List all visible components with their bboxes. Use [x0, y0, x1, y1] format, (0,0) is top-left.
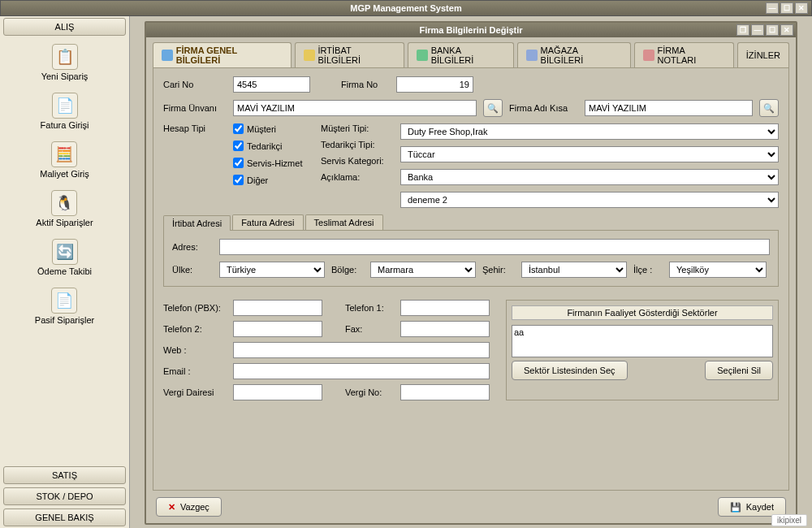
search-button[interactable]: 🔍 — [759, 99, 779, 117]
tel-pbx-label: Telefon (PBX): — [163, 303, 227, 313]
minimize-icon[interactable]: — — [766, 2, 779, 14]
bolge-select[interactable]: Marmara — [370, 262, 476, 278]
sehir-label: Şehir: — [482, 265, 515, 275]
sidebar-item-odeme-takibi[interactable]: 🔄 Ödeme Takibi — [37, 239, 92, 276]
vazgec-button[interactable]: ✕Vazgeç — [156, 497, 222, 517]
sidebar-section-satis[interactable]: SATIŞ — [3, 466, 126, 484]
fax-input[interactable] — [400, 321, 490, 337]
sector-list[interactable]: aa — [512, 325, 773, 357]
adres-label: Adres: — [172, 242, 213, 252]
sidebar-item-maliyet-giris[interactable]: 🧮 Maliyet Giriş — [40, 141, 89, 179]
close-icon[interactable]: ✕ — [780, 24, 793, 36]
chk-diger[interactable]: Diğer — [233, 175, 314, 185]
dialog-title: Firma Bilgilerini Değiştir — [419, 25, 522, 35]
sidebar-item-aktif-siparisler[interactable]: 🐧 Aktif Siparişler — [36, 190, 93, 227]
main-titlebar: MGP Management System — ☐ ✕ — [0, 0, 812, 16]
list-item[interactable]: aa — [514, 327, 771, 337]
tab-irtibat[interactable]: İRTİBAT BİLGİLERİ — [295, 42, 404, 67]
adres-input[interactable] — [219, 239, 770, 255]
sehir-select[interactable]: İstanbul — [521, 262, 627, 278]
subtab-fatura[interactable]: Fatura Adresi — [232, 214, 303, 230]
sidebar-section-alis[interactable]: ALIŞ — [3, 18, 126, 36]
firma-no-input[interactable] — [396, 76, 473, 93]
sidebar-section-stok[interactable]: STOK / DEPO — [3, 487, 126, 505]
ilce-select[interactable]: Yeşilköy — [669, 262, 767, 278]
magnifier-icon: 🔍 — [487, 103, 499, 114]
dialog-window: Firma Bilgilerini Değiştir ❐ — ☐ ✕ FİRMA… — [145, 21, 797, 525]
fax-label: Fax: — [345, 324, 394, 334]
sidebar-section-genel[interactable]: GENEL BAKIŞ — [3, 509, 126, 526]
email-input[interactable] — [233, 363, 490, 379]
tab-notlar[interactable]: FİRMA NOTLARI — [634, 42, 734, 67]
penguin-icon: 🐧 — [51, 190, 77, 216]
chk-servis[interactable]: Servis-Hizmet — [233, 158, 314, 168]
form-panel: Cari No Firma No Firma Ünvanı 🔍 Firma Ad… — [153, 67, 789, 491]
sidebar: ALIŞ 📋 Yeni Sipariş 📄 Fatura Girişi 🧮 Ma… — [0, 16, 130, 528]
dialog-titlebar: Firma Bilgilerini Değiştir ❐ — ☐ ✕ — [146, 23, 796, 37]
vergi-no-input[interactable] — [400, 384, 490, 400]
secileni-sil-button[interactable]: Seçileni Sil — [705, 361, 773, 380]
bolge-label: Bölge: — [331, 265, 364, 275]
servis-kategori-select[interactable]: Banka — [400, 169, 779, 185]
tel1-input[interactable] — [400, 300, 490, 316]
sector-header: Firmanın Faaliyet Gösterdiği Sektörler — [512, 305, 773, 320]
sidebar-item-label: Aktif Siparişler — [36, 218, 93, 227]
search-button[interactable]: 🔍 — [483, 99, 503, 117]
cost-icon: 🧮 — [51, 141, 77, 167]
maximize-icon[interactable]: ☐ — [780, 2, 793, 14]
refresh-icon: 🔄 — [52, 239, 78, 265]
tab-banka[interactable]: BANKA BİLGİLERİ — [408, 42, 514, 67]
ulke-label: Ülke: — [172, 265, 213, 275]
vergi-dairesi-input[interactable] — [233, 384, 322, 400]
mail-icon — [304, 50, 315, 61]
workspace: Firma Bilgilerini Değiştir ❐ — ☐ ✕ FİRMA… — [130, 16, 812, 528]
sidebar-item-label: Fatura Girişi — [41, 120, 89, 130]
servis-kategori-label: Servis Kategori: — [321, 156, 384, 166]
app-title: MGP Management System — [350, 3, 461, 13]
musteri-tipi-label: Müşteri Tipi: — [321, 123, 384, 133]
sidebar-item-label: Ödeme Takibi — [37, 266, 92, 276]
ilce-label: İlçe : — [633, 265, 663, 275]
firma-unvani-input[interactable] — [233, 100, 477, 116]
tel2-input[interactable] — [233, 321, 322, 337]
musteri-tipi-select[interactable]: Duty Free Shop,Irak — [400, 123, 779, 140]
tab-izinler[interactable]: İZİNLER — [737, 42, 789, 67]
firma-no-label: Firma No — [341, 80, 390, 89]
sidebar-item-fatura-girisi[interactable]: 📄 Fatura Girişi — [41, 93, 89, 130]
tab-magaza[interactable]: MAĞAZA BİLGİLERİ — [517, 42, 631, 67]
restore-icon[interactable]: ❐ — [736, 24, 749, 36]
chk-tedarikci[interactable]: Tedarikçi — [233, 141, 314, 151]
hesap-tipi-label: Hesap Tipi — [163, 123, 227, 133]
tab-firma-genel[interactable]: FİRMA GENEL BİLGİLERİ — [153, 42, 292, 67]
cari-no-label: Cari No — [163, 80, 227, 89]
subtab-irtibat[interactable]: İrtibat Adresi — [163, 215, 231, 231]
sidebar-item-label: Pasif Siparişler — [35, 315, 94, 325]
sidebar-item-label: Yeni Sipariş — [41, 71, 89, 81]
grid-icon — [417, 50, 428, 61]
aciklama-label: Açıklama: — [321, 172, 384, 182]
sidebar-item-pasif-siparisler[interactable]: 📄 Pasif Siparişler — [35, 288, 94, 325]
tedarikci-tipi-select[interactable]: Tüccar — [400, 146, 779, 162]
sidebar-item-label: Maliyet Giriş — [40, 169, 89, 179]
firma-adi-kisa-input[interactable] — [585, 100, 753, 116]
tab-bar: FİRMA GENEL BİLGİLERİ İRTİBAT BİLGİLERİ … — [146, 37, 796, 67]
sektor-sec-button[interactable]: Sektör Listesinden Seç — [512, 361, 628, 380]
subtab-teslimat[interactable]: Teslimat Adresi — [305, 214, 383, 230]
ulke-select[interactable]: Türkiye — [219, 262, 325, 278]
web-label: Web : — [163, 345, 227, 355]
magnifier-icon: 🔍 — [763, 103, 775, 114]
document-icon: 📄 — [51, 288, 77, 314]
aciklama-select[interactable]: deneme 2 — [400, 192, 779, 208]
document-icon: 📄 — [52, 93, 78, 119]
sidebar-item-yeni-siparis[interactable]: 📋 Yeni Sipariş — [41, 44, 89, 81]
clipboard-icon: 📋 — [52, 44, 78, 70]
cari-no-input[interactable] — [233, 76, 310, 93]
firma-adi-kisa-label: Firma Adı Kısa — [509, 103, 578, 113]
chk-musteri[interactable]: Müşteri — [233, 123, 314, 134]
close-icon[interactable]: ✕ — [795, 2, 808, 14]
minimize-icon[interactable]: — — [751, 24, 764, 36]
tel-pbx-input[interactable] — [233, 300, 322, 316]
web-input[interactable] — [233, 342, 490, 358]
maximize-icon[interactable]: ☐ — [766, 24, 779, 36]
address-panel: Adres: Ülke: Türkiye Bölge: Marmara Şehi… — [163, 231, 779, 287]
